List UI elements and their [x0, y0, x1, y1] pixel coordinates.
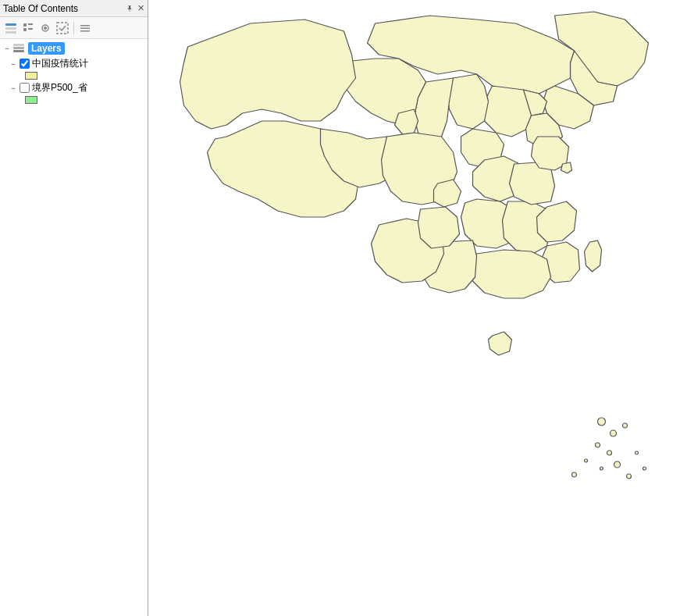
svg-rect-2	[5, 31, 16, 34]
svg-rect-0	[5, 23, 16, 26]
svg-point-16	[598, 418, 606, 426]
layer1-checkbox[interactable]	[20, 59, 30, 69]
svg-point-8	[44, 27, 47, 30]
svg-point-17	[611, 430, 617, 436]
svg-rect-1	[5, 27, 16, 30]
toolbar-separator	[73, 22, 74, 34]
list-source-icon	[22, 22, 34, 34]
svg-rect-4	[28, 23, 33, 25]
svg-point-24	[585, 459, 588, 462]
close-icon[interactable]: ✕	[137, 3, 144, 13]
svg-point-21	[614, 461, 621, 468]
svg-point-23	[600, 467, 603, 470]
svg-rect-13	[13, 50, 24, 52]
toc-title: Table Of Contents	[3, 3, 78, 14]
map-area[interactable]	[148, 0, 680, 616]
list-drawing-order-icon	[5, 22, 17, 34]
svg-rect-15	[13, 44, 24, 46]
svg-rect-11	[80, 27, 90, 29]
svg-point-22	[627, 474, 632, 479]
svg-rect-6	[28, 28, 33, 30]
layer1-row[interactable]: − 中国疫情统计	[0, 56, 148, 71]
layer1-legend-row	[0, 71, 148, 80]
svg-point-25	[572, 472, 577, 477]
svg-rect-5	[23, 28, 27, 31]
map-svg	[148, 0, 680, 616]
pin-icon[interactable]: 🖈	[126, 4, 134, 13]
layer2-collapse-btn[interactable]: −	[9, 84, 17, 92]
list-source-button[interactable]	[20, 20, 36, 36]
svg-rect-12	[80, 30, 90, 32]
list-view-button[interactable]	[3, 20, 19, 36]
layer2-label: 境界P500_省	[32, 81, 87, 94]
svg-rect-10	[80, 25, 90, 27]
layers-label: Layers	[28, 42, 65, 55]
layer2-checkbox[interactable]	[20, 83, 30, 93]
svg-point-27	[643, 467, 646, 470]
toc-content: − Layers − 中国疫情统计 − 境界P500_省	[0, 39, 148, 616]
svg-rect-3	[23, 23, 27, 27]
toc-header: Table Of Contents 🖈 ✕	[0, 0, 148, 17]
layer2-legend-row	[0, 95, 148, 105]
layer2-legend-swatch	[25, 96, 37, 104]
list-visibility-button[interactable]	[37, 20, 53, 36]
svg-point-26	[635, 451, 639, 454]
list-selection-button[interactable]	[55, 20, 70, 36]
layers-stack-icon	[12, 42, 25, 55]
toc-toolbar	[0, 17, 148, 39]
layers-collapse-button[interactable]: −	[3, 45, 11, 52]
list-selection-icon	[56, 22, 69, 34]
layer1-collapse-btn[interactable]: −	[9, 60, 17, 68]
svg-rect-14	[13, 47, 24, 49]
list-visibility-icon	[39, 22, 52, 34]
toc-panel: Table Of Contents 🖈 ✕	[0, 0, 148, 616]
svg-point-20	[607, 450, 612, 455]
layer1-label: 中国疫情统计	[32, 57, 88, 70]
svg-rect-9	[57, 23, 68, 34]
svg-point-19	[623, 423, 628, 428]
toc-header-icons: 🖈 ✕	[126, 3, 144, 13]
options-button[interactable]	[77, 20, 93, 36]
svg-point-18	[596, 443, 600, 447]
options-icon	[79, 22, 91, 34]
layer1-legend-swatch	[25, 72, 37, 80]
layer2-row[interactable]: − 境界P500_省	[0, 80, 148, 95]
layers-header-row: − Layers	[0, 41, 148, 56]
